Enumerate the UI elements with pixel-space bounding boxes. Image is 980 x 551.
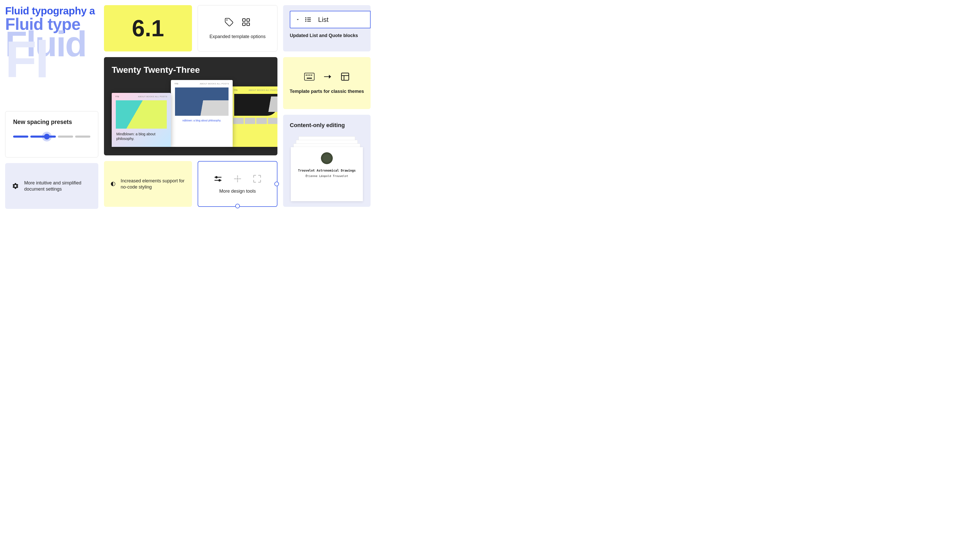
grid-icon [242,17,251,27]
preview-grid [230,116,277,126]
svg-rect-2 [247,19,250,21]
svg-point-0 [226,19,228,21]
svg-rect-20 [309,75,310,76]
template-icons [224,17,251,27]
keyboard-icon [304,73,315,81]
slider-segment [58,135,73,138]
svg-rect-3 [243,23,245,26]
slider-segment [13,135,28,138]
doc-main: Trouvelot Astronomical Drawings Étienne … [291,147,363,201]
content-only-title: Content-only editing [290,122,364,129]
preview-image [116,100,167,129]
contrast-icon [111,180,116,187]
svg-rect-10 [237,178,238,179]
slider-segment [75,135,90,138]
list-label: List [318,16,328,24]
spacing-presets-card[interactable]: New spacing presets [5,111,98,157]
tag-icon [224,17,234,27]
content-only-card[interactable]: Content-only editing Trouvelot Astronomi… [283,115,371,207]
list-block-field[interactable]: List [290,11,371,28]
svg-rect-4 [247,23,250,26]
preview-image [175,87,229,116]
svg-rect-17 [304,73,314,80]
preview-site: TT3 [115,95,119,98]
svg-point-11 [305,17,306,18]
svg-point-13 [305,21,306,22]
svg-rect-1 [243,19,245,21]
template-caption: Expanded template options [210,34,266,40]
preview-site: TT3 [175,83,178,85]
parts-icons [304,72,350,81]
svg-point-9 [218,179,221,181]
layout-icon [341,72,350,81]
arrow-right-icon [324,74,331,79]
sliders-icon [213,174,223,183]
version-number: 6.1 [132,15,164,42]
gear-icon [12,183,19,190]
preview-caption: Mindblown: a blog about philosophy. [112,129,171,144]
twenty-twenty-three-card[interactable]: Twenty Twenty-Three TT3ABOUT BOOKS ALL P… [104,57,277,156]
theme-preview-center: TT3ABOUT BOOKS ALL POSTS ndblown: a blog… [171,80,233,147]
nocode-styling-card[interactable]: Increased elements support for no-code s… [104,161,192,207]
document-stack: Trouvelot Astronomical Drawings Étienne … [290,137,364,203]
doc-author: Étienne Léopold Trouvelot [291,175,363,178]
mid-top-row: 6.1 Expanded template options [104,5,277,51]
chevron-down-icon [296,17,300,22]
doc-settings-text: More intuitive and simplified document s… [24,180,92,192]
preview-nav: ABOUT BOOKS ALL POSTS [200,83,229,85]
design-tools-card[interactable]: More design tools [198,161,277,207]
right-column: List Updated List and Quote blocks Templ… [283,5,371,209]
design-icons [213,174,262,183]
feature-grid: Fluid typography a Fluid type Fluid Fl N… [0,0,376,211]
dimensions-icon [253,174,262,183]
svg-rect-22 [307,78,312,79]
version-card[interactable]: 6.1 [104,5,192,51]
svg-point-8 [215,176,218,178]
template-parts-card[interactable]: Template parts for classic themes [283,57,371,109]
middle-column: 6.1 Expanded template options Twenty Twe… [104,5,277,209]
list-quote-card[interactable]: List Updated List and Quote blocks [283,5,371,51]
svg-rect-24 [342,73,349,80]
spacing-icon [233,174,242,183]
preview-nav: ABOUT BOOKS ALL POSTS [248,89,277,91]
document-settings-card[interactable]: More intuitive and simplified document s… [5,163,98,209]
slider-thumb[interactable] [44,134,50,140]
expanded-template-card[interactable]: Expanded template options [198,5,277,51]
spacing-title: New spacing presets [13,119,90,125]
preview-image [234,94,277,116]
nocode-text: Increased elements support for no-code s… [121,178,185,191]
preview-nav: ABOUT BOOKS ALL POSTS [138,95,167,98]
fluid-typography-card[interactable]: Fluid typography a Fluid type Fluid Fl [5,5,98,105]
doc-title: Trouvelot Astronomical Drawings [291,169,363,172]
tt3-previews: TT3ABOUT BOOKS ALL POSTS ndblown: a blog… [112,80,270,156]
svg-rect-18 [306,75,307,76]
avatar [321,152,333,164]
slider-segment [30,135,56,138]
preview-site: TT3 [234,89,237,91]
left-column: Fluid typography a Fluid type Fluid Fl N… [5,5,98,209]
theme-preview-left: TT3ABOUT BOOKS ALL POSTS Mindblown: a bl… [112,93,171,147]
spacing-slider[interactable] [13,135,90,138]
tt3-title: Twenty Twenty-Three [112,65,270,75]
list-icon [305,16,312,23]
svg-rect-19 [307,75,309,76]
preview-caption: ndblown: a blog about philosophy. [171,116,233,125]
svg-rect-21 [311,75,312,76]
list-caption: Updated List and Quote blocks [290,33,371,38]
mid-bot-row: Increased elements support for no-code s… [104,161,277,207]
design-caption: More design tools [219,189,256,194]
theme-preview-right: TT3ABOUT BOOKS ALL POSTS [230,86,277,147]
parts-caption: Template parts for classic themes [290,89,364,94]
svg-point-12 [305,19,306,20]
